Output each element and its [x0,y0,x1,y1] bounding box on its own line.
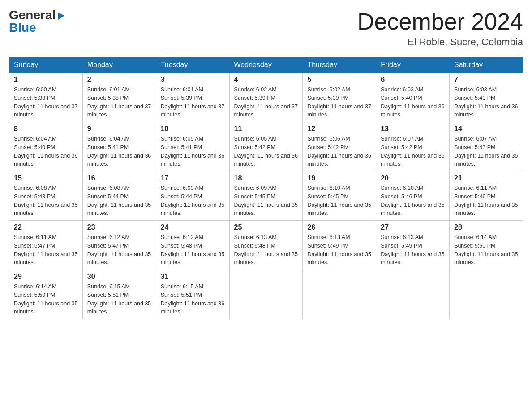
day-info: Sunrise: 6:11 AMSunset: 5:47 PMDaylight:… [14,233,78,267]
day-number: 12 [307,125,371,133]
day-number: 17 [161,174,225,182]
calendar-cell: 18Sunrise: 6:09 AMSunset: 5:45 PMDayligh… [229,171,303,221]
header-thursday: Thursday [303,57,376,73]
week-row-3: 15Sunrise: 6:08 AMSunset: 5:43 PMDayligh… [9,171,523,221]
header-monday: Monday [82,57,156,73]
calendar-cell: 15Sunrise: 6:08 AMSunset: 5:43 PMDayligh… [9,171,83,221]
day-number: 16 [87,174,151,182]
calendar-cell: 5Sunrise: 6:02 AMSunset: 5:39 PMDaylight… [303,73,376,122]
day-number: 27 [381,223,445,231]
day-number: 30 [87,273,151,281]
header-friday: Friday [376,57,450,73]
day-info: Sunrise: 6:13 AMSunset: 5:48 PMDaylight:… [234,233,298,267]
day-info: Sunrise: 6:00 AMSunset: 5:38 PMDaylight:… [14,86,78,119]
calendar-cell: 26Sunrise: 6:13 AMSunset: 5:49 PMDayligh… [303,221,376,270]
day-info: Sunrise: 6:02 AMSunset: 5:39 PMDaylight:… [234,86,298,119]
day-number: 22 [14,223,78,231]
title-area: December 2024 El Roble, Sucre, Colombia [357,9,523,48]
day-info: Sunrise: 6:12 AMSunset: 5:48 PMDaylight:… [161,233,225,267]
day-info: Sunrise: 6:04 AMSunset: 5:40 PMDaylight:… [14,135,78,168]
day-info: Sunrise: 6:10 AMSunset: 5:46 PMDaylight:… [381,184,445,218]
day-info: Sunrise: 6:15 AMSunset: 5:51 PMDaylight:… [87,283,151,316]
month-title: December 2024 [357,9,523,34]
calendar-cell: 21Sunrise: 6:11 AMSunset: 5:46 PMDayligh… [450,171,523,221]
day-number: 6 [381,76,445,84]
calendar-cell: 14Sunrise: 6:07 AMSunset: 5:43 PMDayligh… [450,122,523,171]
day-info: Sunrise: 6:10 AMSunset: 5:45 PMDaylight:… [307,184,371,218]
calendar-cell: 27Sunrise: 6:13 AMSunset: 5:49 PMDayligh… [376,221,450,270]
day-info: Sunrise: 6:03 AMSunset: 5:40 PMDaylight:… [381,86,445,119]
day-info: Sunrise: 6:06 AMSunset: 5:42 PMDaylight:… [307,135,371,168]
calendar-cell: 3Sunrise: 6:01 AMSunset: 5:39 PMDaylight… [156,73,229,122]
day-info: Sunrise: 6:03 AMSunset: 5:40 PMDaylight:… [454,86,518,119]
day-number: 24 [161,223,225,231]
logo-arrow-icon [56,11,66,21]
calendar-cell: 11Sunrise: 6:05 AMSunset: 5:42 PMDayligh… [229,122,303,171]
svg-marker-0 [58,13,64,20]
week-row-1: 1Sunrise: 6:00 AMSunset: 5:38 PMDaylight… [9,73,523,122]
calendar-cell [229,270,303,319]
calendar-cell: 28Sunrise: 6:14 AMSunset: 5:50 PMDayligh… [450,221,523,270]
day-number: 18 [234,174,298,182]
day-number: 19 [307,174,371,182]
page-header: General Blue December 2024 El Roble, Suc… [9,9,523,48]
day-number: 13 [381,125,445,133]
calendar-cell: 8Sunrise: 6:04 AMSunset: 5:40 PMDaylight… [9,122,83,171]
calendar-cell: 17Sunrise: 6:09 AMSunset: 5:44 PMDayligh… [156,171,229,221]
calendar-cell: 16Sunrise: 6:08 AMSunset: 5:44 PMDayligh… [82,171,156,221]
calendar-cell: 22Sunrise: 6:11 AMSunset: 5:47 PMDayligh… [9,221,83,270]
day-number: 8 [14,125,78,133]
calendar-cell: 2Sunrise: 6:01 AMSunset: 5:38 PMDaylight… [82,73,156,122]
calendar-cell: 31Sunrise: 6:15 AMSunset: 5:51 PMDayligh… [156,270,229,319]
day-info: Sunrise: 6:04 AMSunset: 5:41 PMDaylight:… [87,135,151,168]
day-number: 21 [454,174,518,182]
day-number: 29 [14,273,78,281]
calendar-cell: 6Sunrise: 6:03 AMSunset: 5:40 PMDaylight… [376,73,450,122]
calendar-cell: 20Sunrise: 6:10 AMSunset: 5:46 PMDayligh… [376,171,450,221]
day-info: Sunrise: 6:14 AMSunset: 5:50 PMDaylight:… [14,283,78,316]
day-number: 7 [454,76,518,84]
day-number: 14 [454,125,518,133]
header-tuesday: Tuesday [156,57,229,73]
calendar-cell: 1Sunrise: 6:00 AMSunset: 5:38 PMDaylight… [9,73,83,122]
calendar-cell: 4Sunrise: 6:02 AMSunset: 5:39 PMDaylight… [229,73,303,122]
calendar-cell [303,270,376,319]
day-number: 10 [161,125,225,133]
calendar-cell: 25Sunrise: 6:13 AMSunset: 5:48 PMDayligh… [229,221,303,270]
day-info: Sunrise: 6:05 AMSunset: 5:41 PMDaylight:… [161,135,225,168]
day-number: 31 [161,273,225,281]
day-info: Sunrise: 6:01 AMSunset: 5:39 PMDaylight:… [161,86,225,119]
day-number: 9 [87,125,151,133]
day-info: Sunrise: 6:15 AMSunset: 5:51 PMDaylight:… [161,283,225,316]
calendar-cell: 7Sunrise: 6:03 AMSunset: 5:40 PMDaylight… [450,73,523,122]
day-info: Sunrise: 6:01 AMSunset: 5:38 PMDaylight:… [87,86,151,119]
calendar-table: SundayMondayTuesdayWednesdayThursdayFrid… [9,57,523,319]
day-number: 11 [234,125,298,133]
day-number: 26 [307,223,371,231]
calendar-cell [376,270,450,319]
day-info: Sunrise: 6:09 AMSunset: 5:45 PMDaylight:… [234,184,298,218]
day-number: 25 [234,223,298,231]
calendar-cell: 9Sunrise: 6:04 AMSunset: 5:41 PMDaylight… [82,122,156,171]
week-row-5: 29Sunrise: 6:14 AMSunset: 5:50 PMDayligh… [9,270,523,319]
day-info: Sunrise: 6:07 AMSunset: 5:42 PMDaylight:… [381,135,445,168]
header-row: SundayMondayTuesdayWednesdayThursdayFrid… [9,57,523,73]
day-number: 2 [87,76,151,84]
header-saturday: Saturday [450,57,523,73]
day-number: 28 [454,223,518,231]
calendar-cell [450,270,523,319]
day-info: Sunrise: 6:02 AMSunset: 5:39 PMDaylight:… [307,86,371,119]
week-row-2: 8Sunrise: 6:04 AMSunset: 5:40 PMDaylight… [9,122,523,171]
calendar-cell: 19Sunrise: 6:10 AMSunset: 5:45 PMDayligh… [303,171,376,221]
day-number: 23 [87,223,151,231]
day-info: Sunrise: 6:07 AMSunset: 5:43 PMDaylight:… [454,135,518,168]
day-info: Sunrise: 6:11 AMSunset: 5:46 PMDaylight:… [454,184,518,218]
calendar-cell: 12Sunrise: 6:06 AMSunset: 5:42 PMDayligh… [303,122,376,171]
logo-general-row: General [9,9,66,21]
day-info: Sunrise: 6:14 AMSunset: 5:50 PMDaylight:… [454,233,518,267]
calendar-cell: 24Sunrise: 6:12 AMSunset: 5:48 PMDayligh… [156,221,229,270]
day-info: Sunrise: 6:08 AMSunset: 5:44 PMDaylight:… [87,184,151,218]
day-number: 1 [14,76,78,84]
day-info: Sunrise: 6:12 AMSunset: 5:47 PMDaylight:… [87,233,151,267]
location-title: El Roble, Sucre, Colombia [357,36,523,48]
